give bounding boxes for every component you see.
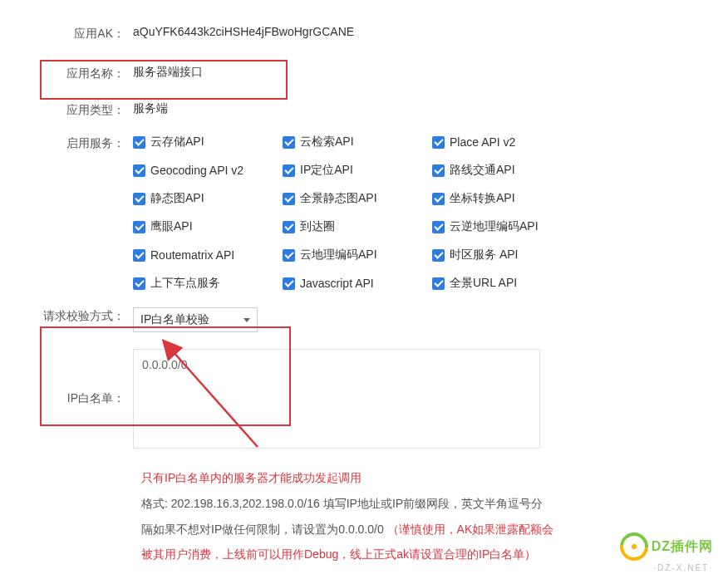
checkbox-icon (133, 249, 145, 262)
note-format: 格式: 202.198.16.3,202.198.0.0/16 填写IP地址或I… (141, 491, 573, 517)
checkbox-item[interactable]: 上下车点服务 (133, 276, 283, 291)
checkbox-item[interactable]: 坐标转换API (432, 191, 582, 206)
checkbox-icon (432, 193, 445, 205)
notes-block: 只有IP白名单内的服务器才能成功发起调用 格式: 202.198.16.3,20… (141, 465, 573, 567)
chevron-down-icon (243, 318, 250, 322)
services-grid: 云存储API 云检索API Place API v2 Geocoding API… (133, 135, 728, 291)
value-app-ak: aQuYFK6443k2ciHSHe4jFBwoHgrGCANE (133, 25, 728, 38)
checkbox-icon (133, 277, 145, 290)
checkbox-icon (432, 164, 445, 177)
watermark-logo-icon (614, 527, 654, 567)
checkbox-item[interactable]: 时区服务 API (432, 248, 582, 263)
checkbox-label: Geocoding API v2 (150, 164, 243, 177)
checkbox-label: 到达圈 (300, 219, 335, 234)
checkbox-item[interactable]: Place API v2 (432, 135, 582, 150)
note-caution2: 被其用户消费，上线前可以用作Debug，线上正式ak请设置合理的IP白名单） (141, 542, 573, 567)
label-ip-whitelist: IP白名单： (0, 391, 133, 406)
checkbox-label: 云检索API (300, 135, 354, 150)
checkbox-label: 坐标转换API (450, 191, 515, 206)
watermark-text: DZ插件网 (652, 538, 713, 556)
checkbox-label: 上下车点服务 (150, 276, 220, 291)
value-app-name: 服务器端接口 (133, 65, 728, 80)
checkbox-icon (283, 221, 295, 233)
checkbox-icon (432, 277, 445, 290)
checkbox-item[interactable]: 全景静态图API (283, 191, 432, 206)
checkbox-label: 云地理编码API (300, 248, 377, 263)
checkbox-label: 云逆地理编码API (450, 219, 539, 234)
checkbox-label: 鹰眼API (150, 219, 193, 234)
label-app-type: 应用类型： (0, 101, 133, 118)
checkbox-label: Routematrix API (150, 248, 234, 262)
checkbox-icon (133, 136, 145, 149)
checkbox-item[interactable]: Routematrix API (133, 248, 283, 263)
label-app-name: 应用名称： (0, 65, 133, 81)
label-app-ak: 应用AK： (0, 25, 133, 42)
label-verify-mode: 请求校验方式： (0, 307, 133, 324)
checkbox-item[interactable]: 鹰眼API (133, 219, 283, 234)
verify-mode-select[interactable]: IP白名单校验 (133, 307, 258, 332)
checkbox-item[interactable]: 云存储API (133, 135, 283, 150)
checkbox-label: 路线交通API (450, 163, 515, 178)
checkbox-label: 全景URL API (450, 276, 517, 291)
watermark: DZ插件网 (620, 532, 713, 561)
checkbox-icon (283, 193, 295, 205)
checkbox-icon (432, 221, 445, 233)
checkbox-item[interactable]: 静态图API (133, 191, 283, 206)
checkbox-item[interactable]: 路线交通API (432, 163, 582, 178)
checkbox-icon (133, 193, 145, 205)
ip-whitelist-textarea[interactable]: 0.0.0.0/0 (133, 349, 540, 449)
checkbox-item[interactable]: 到达圈 (283, 219, 432, 234)
checkbox-icon (283, 136, 295, 149)
checkbox-item[interactable]: 云检索API (283, 135, 432, 150)
watermark-sub: ·DZ-X.NET· (653, 563, 713, 572)
checkbox-label: 全景静态图API (300, 191, 377, 206)
note-caution: （谨慎使用，AK如果泄露配额会 (387, 523, 554, 536)
checkbox-item[interactable]: Javascript API (283, 276, 432, 291)
checkbox-icon (432, 249, 445, 262)
checkbox-item[interactable]: 云地理编码API (283, 248, 432, 263)
checkbox-icon (283, 249, 295, 262)
checkbox-item[interactable]: IP定位API (283, 163, 432, 178)
checkbox-item[interactable]: Geocoding API v2 (133, 163, 283, 178)
value-app-type: 服务端 (133, 101, 728, 116)
checkbox-label: 时区服务 API (450, 248, 518, 263)
checkbox-label: 云存储API (150, 135, 204, 150)
checkbox-item[interactable]: 云逆地理编码API (432, 219, 582, 234)
checkbox-label: Place API v2 (450, 135, 515, 149)
checkbox-label: 静态图API (150, 191, 204, 206)
checkbox-icon (283, 164, 295, 177)
checkbox-label: Javascript API (300, 277, 374, 290)
checkbox-item[interactable]: 全景URL API (432, 276, 582, 291)
note-warning: 只有IP白名单内的服务器才能成功发起调用 (141, 465, 573, 491)
select-value: IP白名单校验 (140, 312, 209, 327)
label-enable-services: 启用服务： (0, 135, 133, 151)
note-format2: 隔如果不想对IP做任何限制，请设置为0.0.0.0/0 (141, 523, 387, 536)
checkbox-icon (432, 136, 445, 149)
checkbox-icon (283, 277, 295, 290)
checkbox-icon (133, 164, 145, 177)
checkbox-icon (133, 221, 145, 233)
checkbox-label: IP定位API (300, 163, 353, 178)
